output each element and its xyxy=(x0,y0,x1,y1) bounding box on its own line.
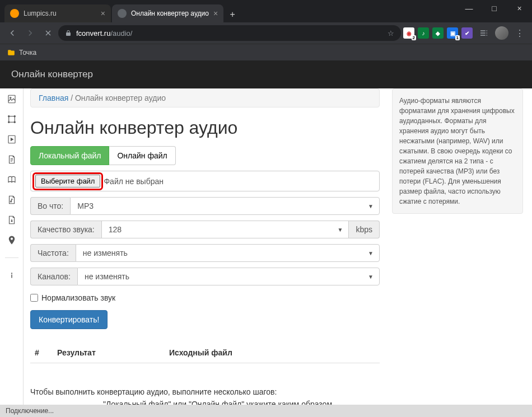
convert-button[interactable]: Конвертировать! xyxy=(30,310,108,329)
tab-title: Lumpics.ru xyxy=(24,10,57,17)
tab-online-file[interactable]: Онлайн файл xyxy=(109,146,175,165)
svg-point-5 xyxy=(8,121,9,123)
close-tab-icon[interactable]: × xyxy=(213,9,218,18)
info-box: Аудио-форматы являются форматами для хра… xyxy=(392,88,523,214)
source-tabs: Локальный файл Онлайн файл xyxy=(30,146,380,165)
location-icon[interactable] xyxy=(7,235,17,245)
choose-file-button[interactable]: Выберите файл xyxy=(35,175,100,188)
field-to-what: Во что: MP3 ▼ xyxy=(30,197,380,215)
field-label: Во что: xyxy=(30,197,70,215)
svg-point-1 xyxy=(10,97,11,99)
url-path: /audio/ xyxy=(110,29,132,38)
file-input-row: Выберите файл Файл не выбран xyxy=(30,171,380,191)
extension-icon[interactable]: ♪ xyxy=(418,27,429,39)
site-header: Онлайн конвертер xyxy=(0,60,532,88)
normalize-checkbox[interactable] xyxy=(30,294,38,302)
tab-title: Онлайн конвертер аудио xyxy=(131,10,209,17)
bookmark-item[interactable]: Точка xyxy=(19,49,36,57)
svg-point-9 xyxy=(11,273,12,274)
info-icon[interactable] xyxy=(7,270,17,280)
normalize-label: Нормализовать звук xyxy=(41,293,115,302)
extension-icons: ◉2 ♪ ◆ ▣1 ✔ ⋮ xyxy=(403,25,528,41)
close-tab-icon[interactable]: × xyxy=(101,9,105,18)
lock-icon xyxy=(65,30,72,36)
chevron-down-icon: ▼ xyxy=(368,203,374,209)
browser-tab-strip: Lumpics.ru × Онлайн конвертер аудио × + xyxy=(0,0,532,22)
back-button[interactable] xyxy=(4,25,20,41)
breadcrumb: Главная / Онлайн конвертер аудио xyxy=(30,88,380,107)
download-file-icon[interactable] xyxy=(7,215,17,225)
status-text: Подключение... xyxy=(6,407,54,415)
select-format[interactable]: MP3 ▼ xyxy=(70,197,380,215)
close-window-button[interactable]: × xyxy=(507,0,532,17)
col-result: Результат xyxy=(57,348,169,357)
breadcrumb-home[interactable]: Главная xyxy=(39,93,68,102)
divider xyxy=(5,257,18,258)
main-column: Главная / Онлайн конвертер аудио Онлайн … xyxy=(24,88,386,405)
browser-tab[interactable]: Lumpics.ru × xyxy=(4,4,111,22)
folder-icon xyxy=(7,49,16,57)
tab-local-file[interactable]: Локальный файл xyxy=(30,146,109,165)
right-column: Аудио-форматы являются форматами для хра… xyxy=(386,88,532,405)
forward-button[interactable] xyxy=(22,25,38,41)
results-header: # Результат Исходный файл xyxy=(30,343,380,363)
help-text: Чтобы выполнить конвертацию аудио, выпол… xyxy=(30,386,380,405)
extension-icon[interactable]: ◉2 xyxy=(403,27,414,39)
extension-icon[interactable]: ◆ xyxy=(432,27,444,39)
site-title[interactable]: Онлайн конвертер xyxy=(11,69,93,80)
book-icon[interactable] xyxy=(7,175,17,185)
breadcrumb-current: Онлайн конвертер аудио xyxy=(75,93,166,102)
menu-button[interactable]: ⋮ xyxy=(512,25,528,41)
favicon-icon xyxy=(118,9,127,18)
extension-icon[interactable]: ▣1 xyxy=(447,27,458,39)
maximize-button[interactable]: □ xyxy=(482,0,507,17)
file-status: Файл не выбран xyxy=(104,177,164,186)
bookmarks-bar: Точка xyxy=(0,44,532,60)
chevron-down-icon: ▼ xyxy=(368,250,374,256)
chevron-down-icon: ▼ xyxy=(368,274,374,280)
url-domain: fconvert.ru xyxy=(76,29,110,38)
select-frequency[interactable]: не изменять ▼ xyxy=(76,244,380,262)
field-frequency: Частота: не изменять ▼ xyxy=(30,244,380,262)
field-label: Качество звука: xyxy=(30,221,101,238)
breadcrumb-sep: / xyxy=(71,93,73,102)
new-tab-button[interactable]: + xyxy=(225,7,240,22)
svg-point-4 xyxy=(14,116,15,117)
select-quality[interactable]: 128 ▼ xyxy=(101,221,349,238)
browser-tab-active[interactable]: Онлайн конвертер аудио × xyxy=(112,4,223,22)
window-controls: — □ × xyxy=(456,0,532,17)
svg-point-6 xyxy=(14,121,15,123)
field-channels: Каналов: не изменять ▼ xyxy=(30,268,380,285)
field-label: Частота: xyxy=(30,244,76,262)
stop-button[interactable] xyxy=(40,25,56,41)
field-suffix: kbps xyxy=(349,221,380,238)
page-content: Онлайн конвертер Главная / Онлайн конвер… xyxy=(0,60,532,405)
reading-list-icon[interactable] xyxy=(476,25,492,41)
field-quality: Качество звука: 128 ▼ kbps xyxy=(30,221,380,238)
col-source: Исходный файл xyxy=(169,348,375,357)
svg-point-3 xyxy=(8,116,9,117)
normalize-checkbox-row[interactable]: Нормализовать звук xyxy=(30,293,380,302)
svg-rect-10 xyxy=(11,275,12,278)
page-title: Онлайн конвертер аудио xyxy=(30,118,380,138)
profile-avatar[interactable] xyxy=(495,26,508,40)
extension-icon[interactable]: ✔ xyxy=(461,27,473,39)
minimize-button[interactable]: — xyxy=(456,0,482,17)
left-nav xyxy=(0,88,24,405)
url-input[interactable]: fconvert.ru/audio/ ☆ xyxy=(58,25,401,41)
image-icon[interactable] xyxy=(7,94,17,104)
status-bar: Подключение... xyxy=(0,405,532,417)
select-channels[interactable]: не изменять ▼ xyxy=(77,268,380,285)
resize-icon[interactable] xyxy=(7,114,17,124)
audio-file-icon[interactable] xyxy=(7,195,17,205)
document-icon[interactable] xyxy=(7,154,17,165)
address-bar: fconvert.ru/audio/ ☆ ◉2 ♪ ◆ ▣1 ✔ ⋮ xyxy=(0,22,532,44)
field-label: Каналов: xyxy=(30,268,77,285)
svg-rect-2 xyxy=(8,116,15,123)
chevron-down-icon: ▼ xyxy=(338,227,343,233)
bookmark-star-icon[interactable]: ☆ xyxy=(388,29,394,38)
favicon-icon xyxy=(10,9,19,18)
col-number: # xyxy=(35,348,57,357)
video-icon[interactable] xyxy=(7,134,17,144)
